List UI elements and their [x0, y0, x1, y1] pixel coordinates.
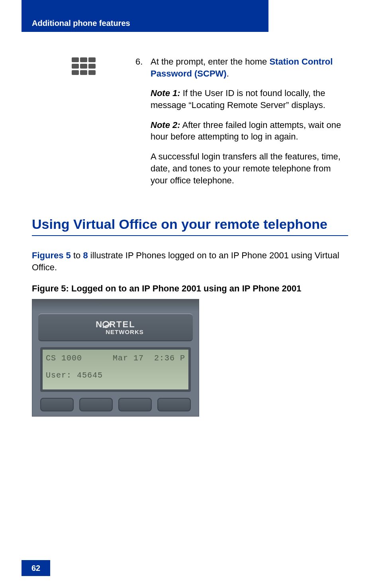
page-header: Additional phone features: [22, 14, 268, 32]
screen-user: User: 45645: [46, 371, 185, 380]
page-number-value: 62: [31, 564, 40, 573]
intro-paragraph: Figures 5 to 8 illustrate IP Phones logg…: [32, 250, 348, 273]
nortel-logo-line1: NRTEL: [87, 320, 144, 329]
softkey-4: [157, 398, 191, 411]
phone-softkeys: [40, 398, 191, 411]
top-stripe: [22, 0, 268, 14]
logo-post: RTEL: [109, 319, 135, 329]
step-number: 6.: [135, 56, 147, 68]
screen-time: 2:36 P: [154, 354, 185, 363]
screen-date: Mar 17: [113, 354, 144, 363]
note-1-label: Note 1:: [151, 88, 180, 98]
section-heading: Using Virtual Office on your remote tele…: [32, 216, 348, 232]
softkey-3: [118, 398, 152, 411]
logo-globe-icon: [102, 321, 110, 328]
page-number: 62: [22, 560, 50, 576]
page-header-title: Additional phone features: [32, 19, 130, 28]
note-1: Note 1: If the User ID is not found loca…: [151, 87, 348, 111]
figure-5-caption: Figure 5: Logged on to an IP Phone 2001 …: [32, 283, 348, 295]
note-2-label: Note 2:: [151, 120, 180, 130]
phone-bevel: [32, 299, 199, 311]
softkey-2: [79, 398, 113, 411]
phone-figure: NRTEL NETWORKS CS 1000 Mar 17 2:36 P Use…: [32, 299, 199, 417]
figures-5-link[interactable]: Figures 5: [32, 250, 71, 260]
phone-screen: CS 1000 Mar 17 2:36 P User: 45645: [40, 347, 191, 392]
success-text: A successful login transfers all the fea…: [151, 151, 348, 186]
section-divider: [32, 235, 348, 236]
intro-to: to: [71, 250, 83, 260]
screen-system: CS 1000: [46, 354, 82, 363]
step-6-row: 6. At the prompt, enter the home Station…: [32, 56, 348, 194]
step-period: .: [227, 69, 229, 79]
softkey-1: [40, 398, 74, 411]
logo-pre: N: [96, 319, 103, 329]
step-instruction: At the prompt, enter the home Station Co…: [151, 56, 348, 79]
nortel-logo-line2: NETWORKS: [106, 329, 144, 335]
figure-8-link[interactable]: 8: [83, 250, 88, 260]
keypad-icon: [72, 57, 96, 75]
note-2: Note 2: After three failed login attempt…: [151, 119, 348, 143]
step-prompt-prefix: At the prompt, enter the home: [151, 57, 269, 67]
phone-logo-band: NRTEL NETWORKS: [38, 313, 193, 341]
